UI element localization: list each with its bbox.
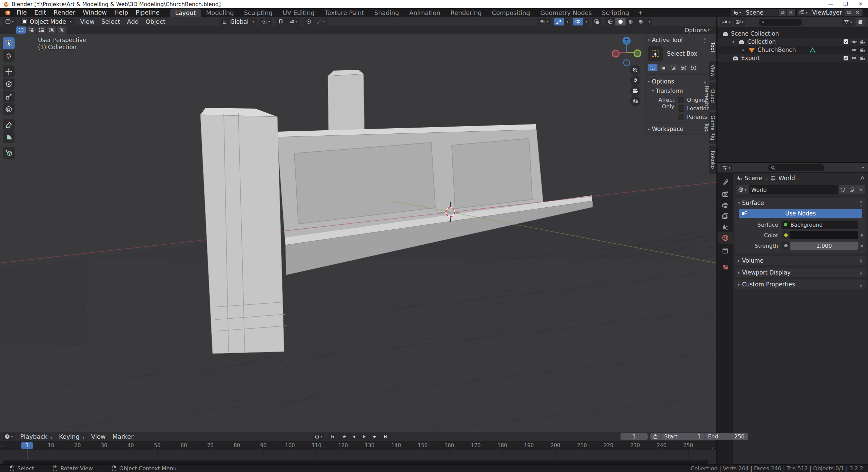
- bench-left-panel[interactable]: [200, 108, 287, 354]
- mode-selector[interactable]: Object Mode ▾: [20, 18, 74, 25]
- viewlayer-icon[interactable]: ▾: [797, 9, 810, 16]
- menu-window[interactable]: Window: [79, 8, 111, 17]
- minimize-button[interactable]: —: [823, 0, 838, 8]
- editor-type-button[interactable]: ▾: [3, 18, 16, 25]
- menu-render[interactable]: Render: [50, 8, 79, 17]
- use-nodes-button[interactable]: Use Nodes: [739, 209, 862, 218]
- scene-icon[interactable]: ▾: [731, 9, 743, 16]
- blender-menu-icon[interactable]: [4, 9, 11, 16]
- menu-file[interactable]: File: [13, 8, 31, 17]
- jump-end-button[interactable]: [380, 433, 391, 440]
- timeline-menu-keying[interactable]: Keying ▾: [56, 433, 88, 440]
- viewport-3d[interactable]: User Perspective (1) Collection Z ▾: [0, 34, 716, 432]
- pivot-point-selector[interactable]: ▾: [259, 18, 273, 25]
- timeline-ruler[interactable]: 1020304050607080901001101201301401501601…: [0, 441, 716, 450]
- n-panel-tab-view[interactable]: View: [709, 61, 716, 80]
- tool-scale[interactable]: [3, 91, 15, 102]
- outliner-row-export[interactable]: Export: [717, 54, 868, 62]
- timeline-menu-marker[interactable]: Marker: [109, 433, 137, 440]
- viewport-canvas[interactable]: [0, 34, 716, 432]
- properties-editor-type-button[interactable]: ▾: [720, 164, 732, 171]
- timeline-tracks[interactable]: [0, 450, 716, 459]
- tool-transform[interactable]: [3, 103, 15, 115]
- outliner-item-label[interactable]: Collection: [747, 38, 776, 45]
- camera-toggle[interactable]: [860, 48, 865, 52]
- fake-user-button[interactable]: [839, 185, 847, 194]
- color-swatch[interactable]: [790, 231, 858, 239]
- viewport-menu-view[interactable]: View: [77, 18, 98, 25]
- properties-tab-render[interactable]: [717, 189, 733, 200]
- shading-dropdown[interactable]: ▾: [646, 18, 652, 25]
- frame-end-field[interactable]: End250: [704, 433, 748, 440]
- viewlayer-copy-button[interactable]: ⧉: [845, 9, 853, 16]
- properties-tab-view-layer[interactable]: [717, 210, 733, 222]
- unlink-datablock-button[interactable]: ✕: [856, 185, 865, 194]
- properties-tab-object[interactable]: [717, 245, 733, 257]
- transform-orientation-selector[interactable]: Global ▾: [220, 18, 257, 25]
- options-panel-header[interactable]: ▾ Options ⣿: [648, 78, 707, 85]
- properties-tab-tool[interactable]: [717, 176, 733, 188]
- panel-drag-handle[interactable]: ⣿: [859, 282, 863, 287]
- show-gizmo-toggle[interactable]: [554, 18, 564, 25]
- scene-delete-button[interactable]: ✕: [786, 9, 795, 16]
- select-mode-invert-button[interactable]: [47, 26, 56, 34]
- breadcrumb-scene[interactable]: Scene: [745, 175, 762, 182]
- surface-panel-header[interactable]: ▾ Surface ⣿: [738, 200, 863, 206]
- outliner-search-input[interactable]: [764, 19, 800, 25]
- transform-subpanel-header[interactable]: ▾ Transform: [652, 88, 707, 94]
- checkbox-toggle[interactable]: [843, 39, 849, 44]
- outliner-editor-type-button[interactable]: ▾: [720, 18, 732, 26]
- tool-measure[interactable]: [3, 131, 15, 143]
- viewport-menu-select[interactable]: Select: [98, 18, 124, 25]
- shading-solid-button[interactable]: [615, 18, 626, 25]
- workspace-panel[interactable]: ▸ Workspace ⣿: [646, 124, 709, 134]
- gizmo-dropdown[interactable]: ▾: [564, 18, 570, 25]
- properties-tab-scene[interactable]: [717, 221, 733, 233]
- timeline-editor-type-button[interactable]: ▾: [3, 433, 15, 440]
- tab-scripting[interactable]: Scripting: [597, 8, 634, 17]
- outliner-row-scene-collection[interactable]: Scene Collection: [717, 30, 868, 38]
- new-datablock-button[interactable]: [847, 185, 856, 194]
- viewlayer-name[interactable]: ViewLayer: [810, 9, 845, 16]
- strength-slider[interactable]: 1.000: [790, 242, 858, 250]
- camera-view-button[interactable]: [630, 86, 640, 96]
- tab-layout[interactable]: Layout: [170, 8, 201, 17]
- timeline-scrollbar[interactable]: [3, 460, 709, 464]
- current-frame-field[interactable]: 1: [620, 433, 648, 440]
- checkbox-locations[interactable]: [678, 105, 684, 112]
- tab-rendering[interactable]: Rendering: [446, 8, 487, 17]
- bench-model[interactable]: [277, 70, 593, 275]
- eye-toggle[interactable]: [851, 39, 857, 44]
- properties-search-input[interactable]: [775, 164, 811, 171]
- n-panel-tab-game-rig-tool[interactable]: Game Rig Tool: [709, 112, 716, 144]
- viewport-menu-object[interactable]: Object: [142, 18, 169, 25]
- playhead-line[interactable]: [27, 448, 27, 459]
- tool-rotate[interactable]: [3, 78, 15, 90]
- outliner-row-collection[interactable]: ▾Collection: [717, 38, 868, 46]
- select-mode-intersect-button[interactable]: [57, 26, 66, 34]
- play-button[interactable]: [359, 433, 370, 440]
- menu-edit[interactable]: Edit: [31, 8, 50, 17]
- tool-annotate[interactable]: [3, 119, 15, 131]
- play-reverse-button[interactable]: [349, 433, 359, 440]
- tab-compositing[interactable]: Compositing: [487, 8, 535, 17]
- restore-button[interactable]: ❐: [838, 0, 853, 8]
- outliner-row-churchbench[interactable]: ▸ChurchBench: [717, 46, 868, 54]
- properties-options-dropdown[interactable]: ▾: [862, 166, 864, 170]
- snap-toggle[interactable]: [276, 18, 286, 25]
- region-collapse-chevron[interactable]: ‹: [711, 445, 713, 450]
- shading-material-button[interactable]: [626, 18, 636, 25]
- surface-shader-field[interactable]: Background: [782, 221, 858, 229]
- jump-start-button[interactable]: [328, 433, 338, 440]
- tab-modeling[interactable]: Modeling: [201, 8, 239, 17]
- checkbox-origins[interactable]: [678, 97, 684, 103]
- auto-keying-toggle[interactable]: ▾: [313, 433, 324, 440]
- camera-toggle[interactable]: [860, 39, 865, 44]
- eye-toggle[interactable]: [851, 56, 857, 60]
- tab-sculpting[interactable]: Sculpting: [239, 8, 278, 17]
- panel-drag-handle[interactable]: ⣿: [859, 201, 863, 206]
- world-browse-button[interactable]: ▾: [736, 185, 749, 194]
- region-expand-chevron[interactable]: ›: [1, 443, 3, 448]
- select-mode-intersect-button[interactable]: [689, 64, 698, 71]
- tab-texture-paint[interactable]: Texture Paint: [320, 8, 369, 17]
